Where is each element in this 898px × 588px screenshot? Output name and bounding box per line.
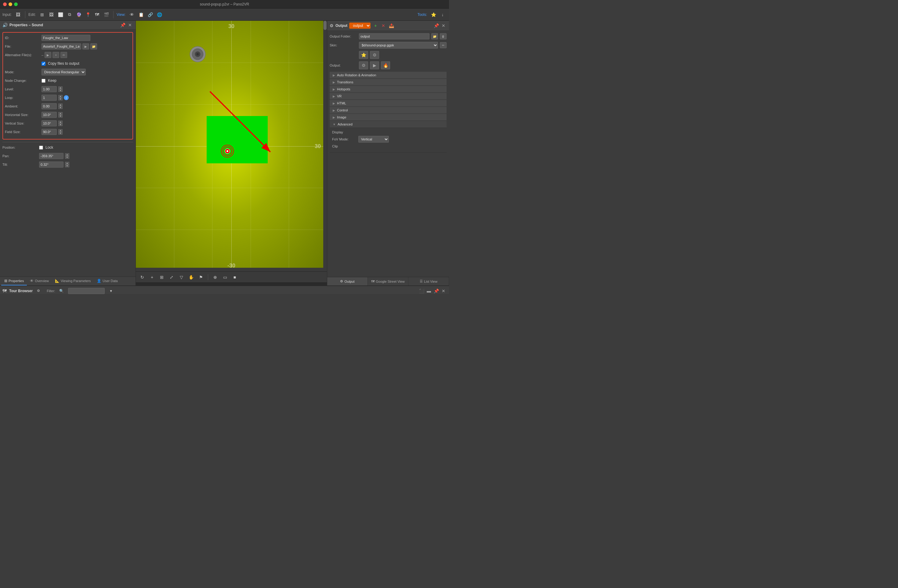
id-input[interactable]	[42, 35, 90, 41]
filter-dropdown-btn[interactable]: ▼	[107, 287, 115, 294]
vp-btn-fill[interactable]: ■	[231, 273, 239, 281]
file-input[interactable]	[42, 43, 81, 49]
tour-browser-scale-btn[interactable]: ⬛	[418, 288, 424, 294]
tilt-input[interactable]	[39, 162, 63, 168]
loop-info-icon[interactable]: i	[64, 95, 69, 100]
section-vr[interactable]: ▶ VR	[330, 93, 447, 100]
field-size-up[interactable]: ▲	[58, 129, 63, 132]
lock-checkbox[interactable]	[39, 146, 43, 149]
sound-target-icon[interactable]	[221, 145, 234, 158]
v-size-down[interactable]: ▼	[58, 123, 63, 126]
node-change-checkbox[interactable]	[42, 79, 46, 83]
output-export-button[interactable]: 📤	[388, 23, 394, 29]
vp-btn-link[interactable]: ⤢	[168, 273, 175, 281]
output-settings-btn[interactable]: ⚙	[359, 62, 368, 69]
output-tab-output[interactable]: ⚙ Output	[327, 277, 368, 285]
vp-btn-hand[interactable]: ✋	[187, 273, 195, 281]
output-preview-btn[interactable]: ▶	[370, 62, 379, 69]
tools-btn-1[interactable]: ⭐	[429, 11, 437, 18]
h-size-down[interactable]: ▼	[58, 115, 63, 117]
viewport[interactable]: 30 -30 30	[136, 21, 327, 271]
output-close-button[interactable]: ✕	[440, 23, 447, 29]
level-up[interactable]: ▲	[58, 86, 63, 89]
output-remove-button[interactable]: ✕	[380, 23, 386, 29]
alt-play-button[interactable]: ▶	[45, 52, 51, 58]
window-controls[interactable]	[3, 2, 18, 6]
section-transitions[interactable]: ▶ Transitions	[330, 79, 447, 86]
tour-browser-close-btn[interactable]: ✕	[440, 288, 447, 294]
loop-spinner[interactable]: ▲ ▼	[58, 95, 63, 100]
vp-btn-add[interactable]: +	[148, 273, 156, 281]
vp-btn-move[interactable]: ↻	[138, 273, 146, 281]
tour-browser-pin-btn[interactable]: 📌	[433, 288, 439, 294]
view-btn-1[interactable]: 👁	[128, 11, 136, 18]
tilt-spinner[interactable]: ▲ ▼	[65, 162, 69, 167]
pan-input[interactable]	[39, 153, 63, 159]
tools-btn-2[interactable]: ↓	[438, 11, 447, 18]
level-input[interactable]	[42, 86, 57, 92]
output-add-button[interactable]: +	[372, 23, 378, 29]
edit-btn-7[interactable]: 🗺	[93, 11, 101, 18]
edit-btn-2[interactable]: 🖼	[47, 11, 55, 18]
viewport-scrollbar-bottom[interactable]	[136, 268, 323, 271]
v-size-up[interactable]: ▲	[58, 121, 63, 123]
loop-up[interactable]: ▲	[58, 95, 63, 98]
tilt-up[interactable]: ▲	[65, 162, 69, 165]
loop-input[interactable]	[42, 95, 57, 101]
copy-files-checkbox[interactable]	[42, 62, 46, 66]
h-size-up[interactable]: ▲	[58, 112, 63, 115]
edit-btn-5[interactable]: 🔮	[75, 11, 83, 18]
fov-mode-select[interactable]: Vertical Horizontal	[358, 136, 389, 143]
filter-input[interactable]	[68, 288, 105, 294]
h-size-spinner[interactable]: ▲ ▼	[58, 112, 63, 117]
section-hotspots[interactable]: ▶ Hotspots	[330, 86, 447, 93]
vp-btn-flag[interactable]: ⚑	[197, 273, 205, 281]
section-control[interactable]: ▶ Control	[330, 107, 447, 114]
folder-input[interactable]	[359, 33, 429, 39]
viewport-scrollbar-thumb[interactable]	[324, 21, 327, 30]
ambient-spinner[interactable]: ▲ ▼	[58, 103, 63, 109]
pan-up[interactable]: ▲	[65, 153, 69, 156]
section-advanced[interactable]: ▼ Advanced	[330, 121, 447, 128]
section-auto-rotation[interactable]: ▶ Auto Rotation & Animation	[330, 72, 447, 79]
filter-icon-btn[interactable]: 🔍	[58, 287, 66, 294]
minimize-button[interactable]	[9, 2, 12, 6]
folder-browse-btn[interactable]: 📁	[431, 33, 438, 39]
edit-btn-4[interactable]: ⧉	[66, 11, 74, 18]
level-spinner[interactable]: ▲ ▼	[58, 86, 63, 92]
field-size-input[interactable]	[42, 129, 57, 135]
output-tab-list[interactable]: ☰ List View	[408, 277, 449, 285]
tab-viewing-params[interactable]: 📐 Viewing Parameters	[52, 277, 94, 285]
view-btn-4[interactable]: 🌐	[155, 11, 163, 18]
speaker-icon-scene[interactable]	[189, 46, 206, 63]
panel-close-button[interactable]: ✕	[127, 22, 133, 28]
v-size-spinner[interactable]: ▲ ▼	[58, 121, 63, 126]
edit-btn-3[interactable]: ⬜	[57, 11, 65, 18]
vp-btn-target[interactable]: ⊕	[211, 273, 219, 281]
edit-btn-1[interactable]: ⊞	[38, 11, 46, 18]
pan-down[interactable]: ▼	[65, 156, 69, 159]
ambient-down[interactable]: ▼	[58, 106, 63, 109]
view-btn-2[interactable]: 📋	[137, 11, 145, 18]
output-upload-btn[interactable]: 🔥	[381, 62, 390, 69]
loop-down[interactable]: ▼	[58, 98, 63, 100]
view-btn-3[interactable]: 🔗	[146, 11, 154, 18]
ambient-up[interactable]: ▲	[58, 103, 63, 106]
section-image[interactable]: ▶ Image	[330, 114, 447, 121]
skin-star-btn[interactable]: ⭐	[359, 51, 368, 59]
edit-btn-6[interactable]: 📍	[84, 11, 92, 18]
tab-user-data[interactable]: 👤 User Data	[94, 277, 121, 285]
output-pin-button[interactable]: 📌	[433, 23, 439, 29]
tilt-down[interactable]: ▼	[65, 165, 69, 167]
pan-spinner[interactable]: ▲ ▼	[65, 153, 69, 159]
section-html[interactable]: ▶ HTML	[330, 100, 447, 107]
field-size-spinner[interactable]: ▲ ▼	[58, 129, 63, 135]
vp-btn-grid[interactable]: ⊞	[158, 273, 166, 281]
alt-edit-button[interactable]: ✏	[60, 52, 67, 58]
ambient-input[interactable]	[42, 103, 57, 109]
vp-btn-rect[interactable]: ▭	[221, 273, 229, 281]
field-size-down[interactable]: ▼	[58, 132, 63, 135]
skin-settings-btn[interactable]: ⚙	[370, 51, 379, 59]
tab-properties[interactable]: ⊞ Properties	[1, 277, 27, 285]
skin-edit-btn[interactable]: ✏	[440, 42, 447, 48]
